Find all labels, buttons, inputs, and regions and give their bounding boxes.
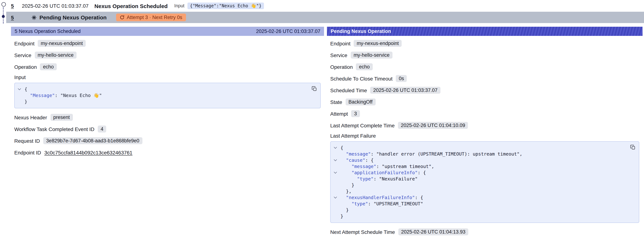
copy-icon — [630, 144, 636, 150]
field-value-badge: 4 — [98, 126, 106, 132]
retry-badge-text: Attempt 3 · Next Retry 0s — [127, 15, 182, 20]
scheduled-panel-header: 5 Nexus Operation Scheduled 2025-02-26 U… — [11, 27, 324, 36]
code-line: "applicationFailureInfo": { — [330, 170, 623, 176]
history-page: 5 2025-02-26 UTC 01:03:37.07 Nexus Opera… — [0, 0, 644, 239]
field-label: Nexus Header — [14, 114, 47, 120]
field-value-badge: my-hello-service — [34, 52, 76, 58]
field-endpoint: Endpoint my-nexus-endpoint — [14, 39, 321, 48]
code-line: "type": "UPSTREAM_TIMEOUT" — [330, 200, 623, 207]
field-value-badge: 2025-02-26 UTC 01:03:37.07 — [370, 87, 440, 94]
field-attempt: Attempt 3 — [330, 110, 639, 118]
timeline-pending-dot-icon — [2, 15, 5, 18]
timeline-circle-icon — [2, 2, 6, 6]
field-value-badge: 3 — [351, 110, 360, 117]
field-service: Service my-hello-service — [330, 51, 639, 59]
event-id-link[interactable]: 5 — [11, 3, 14, 9]
field-label: Next Attempt Schedule Time — [330, 229, 395, 235]
timeline-gutter — [0, 0, 7, 28]
detail-panels: 5 Nexus Operation Scheduled 2025-02-26 U… — [11, 27, 642, 239]
code-line: "cause": { — [330, 157, 623, 163]
code-line: } — [330, 213, 623, 219]
field-value-badge: echo — [356, 63, 373, 70]
pending-panel-title: Pending Nexus Operation — [330, 28, 391, 34]
code-line: } — [330, 182, 623, 188]
event-input-label: Input — [174, 3, 184, 8]
field-label: Scheduled Time — [330, 87, 367, 93]
event-timestamp: 2025-02-26 UTC 01:03:37.07 — [22, 3, 88, 9]
field-label: Request ID — [14, 138, 40, 144]
field-label: Workflow Task Completed Event ID — [14, 126, 94, 132]
field-value-badge: 0s — [396, 75, 407, 82]
field-value-badge: my-hello-service — [350, 52, 392, 58]
field-label: Endpoint ID — [14, 150, 41, 155]
field-last-attempt-complete-time: Last Attempt Complete Time 2025-02-26 UT… — [330, 121, 639, 130]
field-operation: Operation echo — [14, 62, 321, 71]
field-label: Endpoint — [330, 40, 350, 46]
field-value-badge: 3e829b7e-7d67-4b08-aad3-b1e868bfe9e0 — [43, 137, 142, 144]
pending-title: Pending Nexus Operation — [40, 14, 107, 20]
code-line: "message": "upstream timeout", — [330, 163, 623, 170]
chevron-down-icon[interactable] — [334, 146, 337, 149]
pending-id-link[interactable]: 5 — [11, 14, 14, 20]
retry-arrow-icon — [120, 15, 124, 20]
chevron-down-icon[interactable] — [334, 171, 337, 174]
pending-panel-header: Pending Nexus Operation — [327, 27, 642, 36]
field-label: Operation — [330, 64, 353, 70]
code-line: { — [15, 86, 304, 92]
field-value-badge: echo — [40, 63, 57, 70]
retry-status-badge: Attempt 3 · Next Retry 0s — [116, 14, 186, 21]
code-line: "type": "NexusFailure" — [330, 176, 623, 182]
field-schedule-to-close-timeout: Schedule To Close Timeout 0s — [330, 74, 639, 83]
code-line: { — [330, 144, 623, 151]
field-operation: Operation echo — [330, 62, 639, 71]
event-input-preview: {"Message":"Nexus Echo 👋"} — [188, 2, 264, 9]
field-value-badge: my-nexus-endpoint — [354, 40, 402, 47]
field-wft-completed-event-id: Workflow Task Completed Event ID 4 — [14, 125, 321, 133]
endpoint-id-link[interactable]: 3c0c75ccfa8144b092c13ce632463761 — [44, 150, 132, 155]
scheduled-panel-timestamp: 2025-02-26 UTC 01:03:37.07 — [256, 28, 320, 34]
field-label: Schedule To Close Timeout — [330, 76, 392, 82]
field-request-id: Request ID 3e829b7e-7d67-4b08-aad3-b1e86… — [14, 136, 321, 145]
field-value-badge: present — [50, 114, 73, 121]
field-label: Endpoint — [14, 40, 34, 46]
field-value-badge: 2025-02-26 UTC 01:04:10.09 — [398, 122, 468, 129]
pending-operation-panel: Pending Nexus Operation Endpoint my-nexu… — [327, 27, 642, 239]
chevron-down-icon[interactable] — [334, 196, 337, 199]
scheduled-event-panel: 5 Nexus Operation Scheduled 2025-02-26 U… — [11, 27, 324, 239]
code-line: "nexusHandlerFailureInfo": { — [330, 194, 623, 200]
field-label: Last Attempt Complete Time — [330, 122, 395, 128]
field-service: Service my-hello-service — [14, 51, 321, 59]
failure-json-viewer: { "message": "handler error (UPSTREAM_TI… — [330, 141, 639, 223]
field-nexus-header: Nexus Header present — [14, 113, 321, 122]
chevron-down-icon[interactable] — [334, 158, 337, 162]
copy-button[interactable] — [311, 85, 318, 92]
code-line: } — [15, 98, 304, 105]
copy-icon — [312, 86, 317, 91]
field-state: State BackingOff — [330, 98, 639, 106]
code-line: } — [330, 207, 623, 213]
field-label: State — [330, 99, 342, 105]
scheduled-panel-body: Endpoint my-nexus-endpoint Service my-he… — [11, 36, 324, 160]
chevron-down-icon[interactable] — [18, 88, 21, 91]
input-section-label: Input — [14, 74, 321, 80]
asterisk-icon — [32, 15, 36, 20]
field-scheduled-time: Scheduled Time 2025-02-26 UTC 01:03:37.0… — [330, 86, 639, 94]
field-label: Service — [330, 52, 347, 58]
scheduled-panel-title: 5 Nexus Operation Scheduled — [15, 28, 80, 34]
state-badge: BackingOff — [346, 98, 376, 106]
field-label: Operation — [14, 64, 37, 70]
field-value-badge: my-nexus-endpoint — [38, 40, 86, 47]
code-line: "Message": "Nexus Echo 👋" — [15, 92, 304, 98]
field-endpoint-id: Endpoint ID 3c0c75ccfa8144b092c13ce63246… — [14, 148, 321, 157]
input-json-viewer: { "Message": "Nexus Echo 👋"} — [14, 83, 321, 108]
field-endpoint: Endpoint my-nexus-endpoint — [330, 39, 639, 48]
pending-operation-row[interactable]: 5 Pending Nexus Operation Attempt 3 · Ne… — [6, 12, 644, 23]
field-next-attempt-schedule-time: Next Attempt Schedule Time 2025-02-26 UT… — [330, 228, 639, 236]
field-value-badge: 2025-02-26 UTC 01:04:13.93 — [398, 228, 468, 235]
copy-button[interactable] — [629, 144, 636, 150]
last-attempt-failure-label: Last Attempt Failure — [330, 133, 639, 139]
event-title: Nexus Operation Scheduled — [94, 3, 168, 9]
event-row-scheduled[interactable]: 5 2025-02-26 UTC 01:03:37.07 Nexus Opera… — [0, 0, 644, 12]
field-label: Service — [14, 52, 31, 58]
pending-panel-body: Endpoint my-nexus-endpoint Service my-he… — [327, 36, 642, 239]
